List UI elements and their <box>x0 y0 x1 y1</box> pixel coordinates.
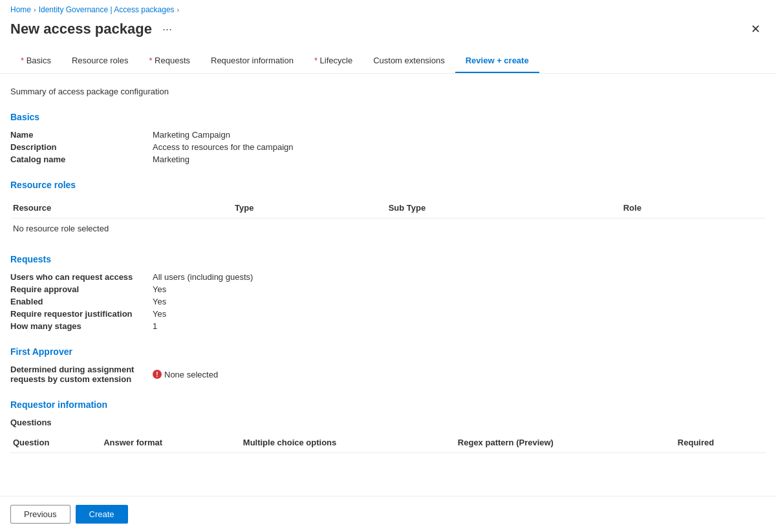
col-resource: Resource <box>10 198 227 218</box>
col-question: Question <box>10 432 101 453</box>
requests-justification-label: Require requestor justification <box>10 309 153 319</box>
requests-enabled-value: Yes <box>153 297 166 306</box>
col-role: Role <box>616 198 766 218</box>
requests-section-title[interactable]: Requests <box>10 254 766 264</box>
summary-description: Summary of access package configuration <box>10 87 766 96</box>
first-approver-value: ! None selected <box>153 365 218 384</box>
first-approver-label: Determined during assignment requests by… <box>10 365 153 384</box>
breadcrumb-sep-1: › <box>34 6 36 14</box>
basics-section-title[interactable]: Basics <box>10 112 766 122</box>
basics-name-row: Name Marketing Campaign <box>10 130 766 140</box>
requests-justification-value: Yes <box>153 309 166 319</box>
col-multiple-choice: Multiple choice options <box>241 432 455 453</box>
table-row: No resource role selected <box>10 218 766 239</box>
col-type: Type <box>227 198 381 218</box>
tab-basics[interactable]: Basics <box>10 49 61 73</box>
basics-catalog-label: Catalog name <box>10 154 153 164</box>
resource-roles-table: Resource Type Sub Type Role No resource … <box>10 198 766 239</box>
requests-approval-label: Require approval <box>10 284 153 294</box>
ellipsis-button[interactable]: ··· <box>158 21 176 37</box>
basics-catalog-row: Catalog name Marketing <box>10 154 766 164</box>
requests-enabled-row: Enabled Yes <box>10 297 766 306</box>
first-approver-custom-row: Determined during assignment requests by… <box>10 365 766 384</box>
tab-lifecycle[interactable]: Lifecycle <box>304 49 363 73</box>
main-content: Summary of access package configuration … <box>0 74 776 482</box>
tab-requests[interactable]: Requests <box>138 49 200 73</box>
requestor-info-section: Requestor information Questions Question… <box>10 399 766 453</box>
tab-requestor-information[interactable]: Requestor information <box>200 49 304 73</box>
basics-catalog-value: Marketing <box>153 154 189 164</box>
col-answer-format: Answer format <box>101 432 241 453</box>
close-button[interactable]: ✕ <box>746 19 766 39</box>
basics-description-row: Description Access to resources for the … <box>10 142 766 152</box>
breadcrumb: Home › Identity Governance | Access pack… <box>0 0 776 17</box>
basics-section: Basics Name Marketing Campaign Descripti… <box>10 112 766 164</box>
requests-users-value: All users (including guests) <box>153 272 253 282</box>
error-icon: ! <box>153 370 162 379</box>
requestor-info-section-title[interactable]: Requestor information <box>10 399 766 410</box>
basics-name-label: Name <box>10 130 153 140</box>
questions-label: Questions <box>10 418 766 427</box>
requests-approval-value: Yes <box>153 284 166 294</box>
breadcrumb-home[interactable]: Home <box>10 5 31 14</box>
first-approver-section-title[interactable]: First Approver <box>10 346 766 357</box>
col-subtype: Sub Type <box>381 198 616 218</box>
first-approver-none-text: None selected <box>164 370 218 379</box>
resource-roles-section-title[interactable]: Resource roles <box>10 180 766 190</box>
basics-name-value: Marketing Campaign <box>153 130 230 140</box>
footer: Previous Create <box>0 496 776 532</box>
requests-approval-row: Require approval Yes <box>10 284 766 294</box>
page-header: New access package ··· ✕ <box>0 17 776 49</box>
col-regex-pattern: Regex pattern (Preview) <box>455 432 675 453</box>
first-approver-section: First Approver Determined during assignm… <box>10 346 766 384</box>
basics-description-value: Access to resources for the campaign <box>153 142 294 152</box>
requests-section: Requests Users who can request access Al… <box>10 254 766 331</box>
requests-stages-label: How many stages <box>10 321 153 331</box>
questions-table: Question Answer format Multiple choice o… <box>10 432 766 453</box>
resource-roles-section: Resource roles Resource Type Sub Type Ro… <box>10 180 766 239</box>
page-title: New access package <box>10 21 152 37</box>
requests-users-label: Users who can request access <box>10 272 153 282</box>
tab-custom-extensions[interactable]: Custom extensions <box>363 49 455 73</box>
requests-users-row: Users who can request access All users (… <box>10 272 766 282</box>
tab-resource-roles[interactable]: Resource roles <box>61 49 138 73</box>
tab-review-create[interactable]: Review + create <box>455 49 539 73</box>
requests-stages-value: 1 <box>153 321 157 331</box>
tab-navigation: Basics Resource roles Requests Requestor… <box>0 49 776 74</box>
previous-button[interactable]: Previous <box>10 505 70 524</box>
breadcrumb-identity-governance[interactable]: Identity Governance | Access packages <box>39 5 175 14</box>
requests-stages-row: How many stages 1 <box>10 321 766 331</box>
basics-description-label: Description <box>10 142 153 152</box>
create-button[interactable]: Create <box>76 505 128 524</box>
requests-enabled-label: Enabled <box>10 297 153 306</box>
requests-justification-row: Require requestor justification Yes <box>10 309 766 319</box>
empty-resource-message: No resource role selected <box>10 218 766 239</box>
col-required: Required <box>675 432 766 453</box>
breadcrumb-sep-2: › <box>177 6 180 14</box>
